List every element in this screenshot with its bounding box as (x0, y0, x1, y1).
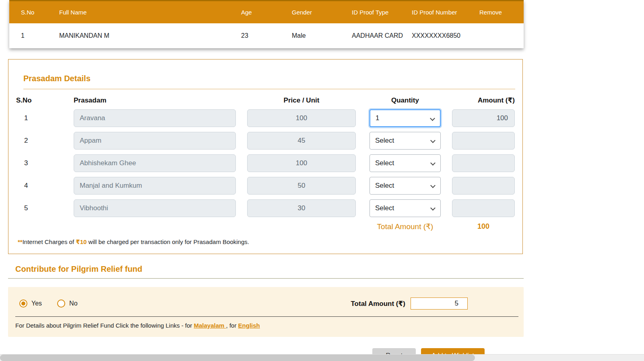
relief-fund-heading: Contribute for Pilgrim Relief fund (15, 265, 644, 274)
row-sno: 1 (16, 114, 74, 122)
prasadam-name-field: Appam (74, 132, 236, 150)
header-sno: S.No (9, 9, 59, 16)
cell-id-proof-type: AADHAAR CARD (352, 32, 412, 39)
prasadam-details-title: Prasadam Details (23, 74, 515, 83)
relief-info-text-2: , for (226, 322, 238, 329)
quantity-selected-value: Select (375, 159, 394, 167)
quantity-select[interactable]: Select (369, 154, 441, 172)
prasadam-row: 5 Vibhoothi 30 Select (16, 199, 515, 217)
quantity-selected-value: Select (375, 204, 394, 212)
radio-yes-label: Yes (31, 300, 42, 307)
cell-id-proof-number: XXXXXXXX6850 (412, 32, 479, 39)
prasadam-total-value: 100 (452, 222, 515, 231)
col-header-sno: S.No (16, 96, 74, 105)
quantity-select[interactable]: Select (369, 177, 441, 195)
radio-no-icon[interactable] (57, 299, 65, 308)
amount-field: 100 (452, 109, 515, 127)
quantity-selected-value: Select (375, 137, 394, 145)
price-field: 45 (247, 132, 356, 150)
radio-yes[interactable]: Yes (19, 299, 42, 308)
quantity-select[interactable]: 1 (369, 109, 441, 127)
prasadam-name-field: Manjal and Kumkum (74, 177, 236, 195)
price-field: 30 (247, 199, 356, 217)
section-divider (8, 278, 524, 279)
title-divider (23, 89, 515, 89)
note-asterisks: ** (18, 238, 23, 245)
relief-info-text-1: For Details about Pilgrim Relief Fund Cl… (15, 322, 194, 329)
relief-fund-controls-row: Yes No Total Amount (₹) 5 (8, 297, 524, 310)
price-field: 50 (247, 177, 356, 195)
chevron-down-icon (430, 160, 436, 166)
quantity-selected-value: 1 (376, 114, 379, 122)
prasadam-row: 2 Appam 45 Select (16, 132, 515, 150)
cell-gender: Male (292, 32, 352, 39)
header-full-name: Full Name (59, 9, 241, 16)
price-field: 100 (247, 154, 356, 172)
amount-field (452, 177, 515, 195)
relief-fund-panel: Yes No Total Amount (₹) 5 For Details ab… (8, 287, 524, 337)
quantity-selected-value: Select (375, 182, 394, 190)
header-id-proof-number: ID Proof Number (412, 9, 479, 16)
relief-total-label: Total Amount (₹) (351, 299, 405, 308)
prasadam-row: 3 Abhishekam Ghee 100 Select (16, 154, 515, 172)
col-header-amount: Amount (₹) (452, 96, 515, 105)
row-sno: 5 (16, 204, 74, 212)
pilgrim-table-header: S.No Full Name Age Gender ID Proof Type … (9, 0, 524, 23)
english-link[interactable]: English (238, 322, 260, 329)
amount-field (452, 154, 515, 172)
prasadam-column-headers: S.No Prasadam Price / Unit Quantity Amou… (16, 96, 515, 105)
prasadam-name-field: Aravana (74, 109, 236, 127)
amount-field (452, 199, 515, 217)
prasadam-row: 4 Manjal and Kumkum 50 Select (16, 177, 515, 195)
note-text-1: Internet Charges of (23, 238, 76, 245)
header-gender: Gender (292, 9, 352, 16)
quantity-select[interactable]: Select (369, 132, 441, 150)
prasadam-total-label: Total Amount (₹) (369, 222, 441, 231)
col-header-quantity: Quantity (369, 96, 441, 105)
header-remove: Remove (479, 9, 524, 16)
cell-sno: 1 (9, 32, 59, 39)
radio-no[interactable]: No (57, 299, 77, 308)
col-header-price: Price / Unit (247, 96, 356, 105)
horizontal-scrollbar[interactable] (0, 354, 644, 361)
amount-field (452, 132, 515, 150)
note-charge: ₹10 (76, 238, 87, 245)
cell-age: 23 (241, 32, 292, 39)
prasadam-details-panel: Prasadam Details S.No Prasadam Price / U… (8, 59, 523, 254)
radio-no-label: No (69, 300, 77, 307)
chevron-down-icon (430, 205, 436, 211)
chevron-down-icon (430, 138, 436, 143)
relief-info-text: For Details about Pilgrim Relief Fund Cl… (8, 317, 524, 330)
horizontal-scrollbar-thumb[interactable] (0, 355, 475, 361)
col-header-prasadam: Prasadam (74, 96, 236, 105)
prasadam-total-row: Total Amount (₹) 100 (16, 222, 515, 231)
pilgrim-table-row: 1 MANIKANDAN M 23 Male AADHAAR CARD XXXX… (9, 23, 524, 48)
prasadam-name-field: Abhishekam Ghee (74, 154, 236, 172)
radio-yes-icon[interactable] (19, 299, 27, 308)
malayalam-link[interactable]: Malayalam (194, 322, 226, 329)
quantity-select[interactable]: Select (369, 199, 441, 217)
price-field: 100 (247, 109, 356, 127)
chevron-down-icon (430, 183, 436, 188)
relief-total-input[interactable]: 5 (411, 297, 468, 310)
header-id-proof-type: ID Proof Type (352, 9, 412, 16)
prasadam-row: 1 Aravana 100 1 100 (16, 109, 515, 127)
header-age: Age (241, 9, 292, 16)
row-sno: 2 (16, 137, 74, 145)
note-text-2: will be charged per transaction only for… (87, 238, 249, 245)
relief-radio-group: Yes No (19, 299, 93, 308)
internet-charges-note: **Internet Charges of ₹10 will be charge… (18, 238, 515, 246)
row-sno: 3 (16, 159, 74, 167)
cell-full-name: MANIKANDAN M (59, 32, 241, 39)
relief-total-cluster: Total Amount (₹) 5 (351, 297, 468, 310)
pilgrim-table: S.No Full Name Age Gender ID Proof Type … (9, 0, 524, 48)
chevron-down-icon (430, 116, 435, 121)
row-sno: 4 (16, 182, 74, 190)
prasadam-name-field: Vibhoothi (74, 199, 236, 217)
